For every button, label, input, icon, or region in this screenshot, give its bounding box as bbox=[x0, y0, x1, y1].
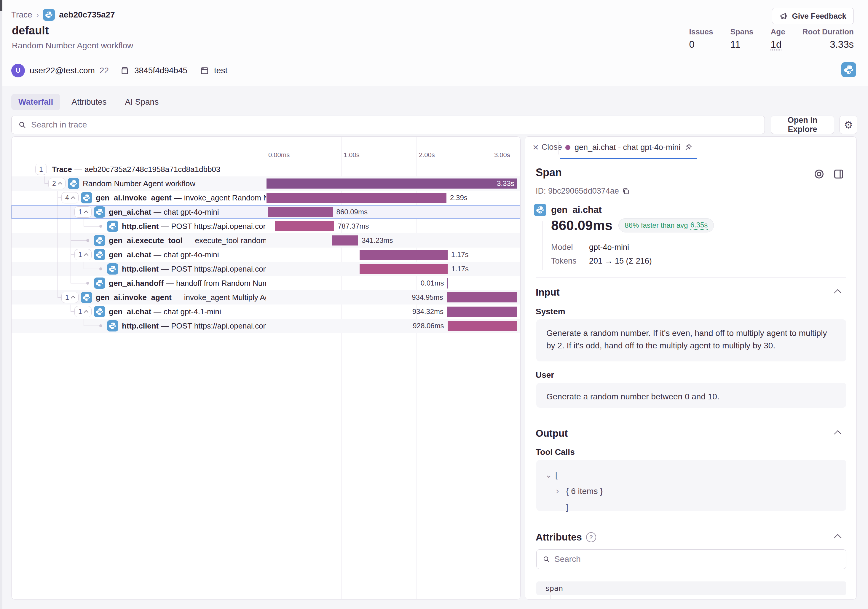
span-bar-cell[interactable]: 341.23ms bbox=[266, 233, 521, 248]
copy-icon[interactable] bbox=[622, 188, 630, 195]
span-name-label: gen_ai.chat—chat gpt-4o-mini bbox=[109, 248, 219, 262]
span-name-cell[interactable]: http.client—POST https://api.openai.com/… bbox=[12, 262, 266, 276]
span-stats-rule bbox=[542, 221, 542, 270]
tab-attributes[interactable]: Attributes bbox=[64, 94, 113, 110]
expand-count-pill[interactable]: 1 bbox=[61, 292, 79, 303]
user-email[interactable]: user22@test.com bbox=[29, 66, 95, 75]
json-line[interactable]: ⌄[ bbox=[545, 467, 837, 483]
expand-count-pill[interactable]: 1 bbox=[74, 306, 91, 317]
span-name-label: Random Number Agent workflow bbox=[83, 177, 195, 191]
bar-duration-label: 787.37ms bbox=[338, 219, 369, 233]
help-icon[interactable]: ? bbox=[586, 532, 596, 542]
span-bar-cell[interactable]: 2.39s bbox=[266, 191, 521, 205]
span-name-cell[interactable]: 4gen_ai.invoke_agent—invoke_agent Random… bbox=[12, 191, 266, 205]
environment-name[interactable]: test bbox=[214, 66, 227, 75]
json-line[interactable]: ›{ 6 items } bbox=[545, 483, 837, 500]
span-name-cell[interactable]: http.client—POST https://api.openai.com/… bbox=[12, 319, 266, 333]
span-duration-bar[interactable]: 3.33s bbox=[267, 178, 517, 189]
waterfall-rows: 1Trace—aeb20c735a2748c1958a71cd8a1dbb032… bbox=[12, 162, 520, 333]
attributes-title-text: Attributes bbox=[536, 532, 582, 543]
collapse-output-icon[interactable] bbox=[834, 430, 841, 438]
chevron-right-icon[interactable]: › bbox=[556, 483, 566, 500]
span-name-cell[interactable]: 1Trace—aeb20c735a2748c1958a71cd8a1dbb03 bbox=[12, 162, 266, 177]
span-name-cell[interactable]: 1gen_ai.chat—chat gpt-4o-mini bbox=[12, 248, 266, 262]
span-bar-cell[interactable]: 0.01ms bbox=[266, 276, 521, 290]
span-duration-bar[interactable] bbox=[447, 292, 517, 302]
span-row[interactable]: gen_ai.execute_tool—execute_tool random_… bbox=[12, 233, 520, 248]
detail-tab-gen-ai-chat[interactable]: gen_ai.chat - chat gpt-4o-mini bbox=[560, 137, 697, 159]
span-name-cell[interactable]: 2Random Number Agent workflow bbox=[12, 177, 266, 191]
span-duration-bar[interactable] bbox=[275, 221, 334, 231]
tab-ai-spans[interactable]: AI Spans bbox=[118, 94, 166, 110]
collapse-attributes-icon[interactable] bbox=[834, 534, 841, 541]
trace-view-app: Trace › aeb20c735a27 Give Feedback defau… bbox=[0, 0, 868, 609]
sidebar-layout-icon[interactable] bbox=[833, 168, 845, 180]
expand-count-pill[interactable]: 4 bbox=[61, 192, 79, 203]
close-detail-button[interactable]: × Close bbox=[533, 142, 562, 152]
span-row[interactable]: 1gen_ai.chat—chat gpt-4o-mini860.09ms bbox=[12, 205, 520, 219]
span-bar-cell[interactable]: 1.17s bbox=[266, 248, 521, 262]
search-icon bbox=[18, 121, 26, 129]
attribute-row[interactable]: descriptionchat gpt-4o-mini bbox=[536, 595, 846, 600]
span-bar-cell[interactable]: 3.33s bbox=[266, 177, 521, 191]
span-duration-bar[interactable] bbox=[268, 207, 333, 217]
span-name-cell[interactable]: 1gen_ai.invoke_agent—invoke_agent Multip… bbox=[12, 290, 266, 305]
span-row[interactable]: 1gen_ai.invoke_agent—invoke_agent Multip… bbox=[12, 290, 520, 305]
span-row[interactable]: 1gen_ai.chat—chat gpt-4.1-mini934.32ms bbox=[12, 305, 520, 319]
span-bar-cell[interactable]: 860.09ms bbox=[266, 205, 521, 219]
span-name-cell[interactable]: gen_ai.handoff—handoff from Random Numbe… bbox=[12, 276, 266, 290]
release-id[interactable]: 3845f4d94b45 bbox=[134, 66, 188, 75]
span-row[interactable]: http.client—POST https://api.openai.com/… bbox=[12, 262, 520, 276]
span-row[interactable]: http.client—POST https://api.openai.com/… bbox=[12, 219, 520, 233]
collapse-caret-icon bbox=[84, 253, 88, 258]
span-name-cell[interactable]: 1gen_ai.chat—chat gpt-4o-mini bbox=[12, 205, 266, 219]
bar-duration-label: 928.06ms bbox=[413, 319, 444, 333]
span-name-cell[interactable]: http.client—POST https://api.openai.com/… bbox=[12, 219, 266, 233]
trace-stats: Issues0Spans11Age1dRoot Duration3.33s bbox=[689, 27, 854, 50]
span-duration-bar[interactable] bbox=[360, 249, 448, 260]
stat-label: Root Duration bbox=[803, 27, 854, 36]
breadcrumb-trace-link[interactable]: Trace bbox=[11, 10, 32, 20]
span-name-cell[interactable]: 1gen_ai.chat—chat gpt-4.1-mini bbox=[12, 305, 266, 319]
expand-count-pill[interactable]: 2 bbox=[48, 178, 65, 189]
span-bar-cell[interactable]: 934.32ms bbox=[266, 305, 521, 319]
span-name-label: Trace—aeb20c735a2748c1958a71cd8a1dbb03 bbox=[52, 162, 220, 177]
span-name-cell[interactable]: gen_ai.execute_tool—execute_tool random_… bbox=[12, 233, 266, 248]
span-row[interactable]: 1gen_ai.chat—chat gpt-4o-mini1.17s bbox=[12, 248, 520, 262]
open-in-explore-button[interactable]: Open in Explore bbox=[771, 116, 834, 134]
span-bar-cell[interactable]: 1.17s bbox=[266, 262, 521, 276]
focus-target-icon[interactable] bbox=[813, 168, 825, 180]
span-duration-bar[interactable] bbox=[267, 193, 446, 203]
span-row[interactable]: gen_ai.handoff—handoff from Random Numbe… bbox=[12, 276, 520, 290]
span-row[interactable]: 4gen_ai.invoke_agent—invoke_agent Random… bbox=[12, 191, 520, 205]
expand-count-pill[interactable]: 1 bbox=[74, 206, 91, 218]
json-line[interactable]: ] bbox=[545, 499, 837, 516]
span-bar-cell[interactable]: 934.95ms bbox=[266, 290, 521, 305]
expand-count-pill[interactable]: 1 bbox=[74, 249, 91, 260]
collapse-input-icon[interactable] bbox=[834, 289, 841, 296]
span-row[interactable]: 2Random Number Agent workflow3.33s bbox=[12, 177, 520, 191]
chevron-down-icon[interactable]: ⌄ bbox=[545, 467, 555, 483]
span-duration-bar[interactable] bbox=[332, 236, 358, 245]
span-row[interactable]: http.client—POST https://api.openai.com/… bbox=[12, 319, 520, 333]
span-duration-bar[interactable] bbox=[448, 321, 518, 331]
attributes-search-input[interactable]: Search bbox=[536, 549, 846, 569]
environment-window-icon bbox=[200, 66, 209, 75]
pin-icon[interactable] bbox=[685, 144, 692, 151]
span-duration-tick[interactable] bbox=[447, 278, 448, 288]
span-bar-cell[interactable]: 787.37ms bbox=[266, 219, 521, 233]
span-duration-bar[interactable] bbox=[447, 307, 517, 317]
trace-search-input[interactable]: Search in trace bbox=[11, 116, 765, 134]
span-bar-cell[interactable]: 928.06ms bbox=[266, 319, 521, 333]
give-feedback-button[interactable]: Give Feedback bbox=[772, 8, 854, 24]
span-duration-bar[interactable] bbox=[360, 264, 448, 274]
span-row[interactable]: 1Trace—aeb20c735a2748c1958a71cd8a1dbb03 bbox=[12, 162, 520, 177]
tab-waterfall[interactable]: Waterfall bbox=[11, 94, 60, 110]
stat-value[interactable]: 1d bbox=[771, 39, 782, 50]
settings-button[interactable]: ⚙ bbox=[840, 116, 857, 134]
span-bar-cell[interactable] bbox=[266, 162, 521, 177]
expand-count-pill[interactable]: 1 bbox=[35, 164, 47, 175]
tool-calls-json-box[interactable]: ⌄[›{ 6 items }] bbox=[536, 460, 846, 511]
attribute-row[interactable]: span bbox=[536, 581, 846, 595]
badge-avg-link[interactable]: 6.35s bbox=[690, 221, 708, 230]
